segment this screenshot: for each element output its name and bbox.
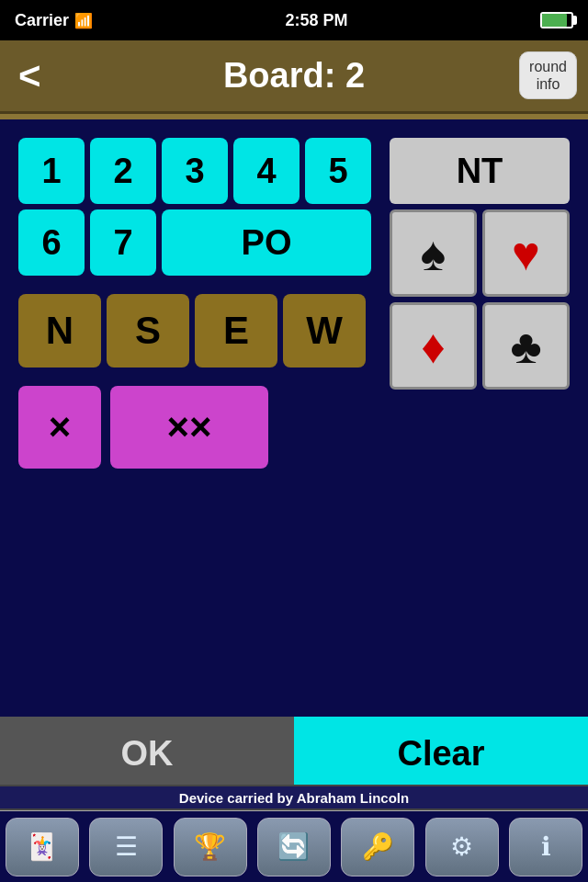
- top-section: 1 2 3 4 5 6 7 PO N S E W × ××: [18, 138, 570, 469]
- number-grid: 1 2 3 4 5 6 7 PO: [18, 138, 371, 276]
- level-4-button[interactable]: 4: [233, 138, 300, 204]
- double-grid: × ××: [18, 386, 371, 469]
- tab-trophy[interactable]: 🏆: [174, 818, 247, 876]
- header: < Board: 2 > round info: [0, 40, 588, 114]
- battery-indicator: [540, 12, 573, 28]
- round-info-button[interactable]: round info: [519, 51, 577, 99]
- level-1-button[interactable]: 1: [18, 138, 85, 204]
- tab-board[interactable]: 🃏: [6, 818, 79, 876]
- heart-button[interactable]: ♥: [482, 209, 570, 297]
- ok-button[interactable]: OK: [0, 717, 294, 790]
- prev-board-button[interactable]: <: [0, 54, 60, 98]
- status-bar: Carrier 📶 2:58 PM: [0, 0, 588, 40]
- level-2-button[interactable]: 2: [90, 138, 156, 204]
- double-button[interactable]: ×: [18, 386, 101, 469]
- tab-refresh[interactable]: 🔄: [257, 818, 331, 876]
- direction-s-button[interactable]: S: [107, 294, 189, 368]
- tab-settings[interactable]: ⚙: [425, 818, 499, 876]
- main-content: 1 2 3 4 5 6 7 PO N S E W × ××: [0, 119, 588, 469]
- tab-key[interactable]: 🔑: [341, 818, 414, 876]
- direction-e-button[interactable]: E: [195, 294, 277, 368]
- redouble-button[interactable]: ××: [110, 386, 268, 469]
- level-5-button[interactable]: 5: [305, 138, 371, 204]
- direction-n-button[interactable]: N: [18, 294, 101, 368]
- board-title: Board: 2: [60, 56, 529, 96]
- club-button[interactable]: ♣: [482, 302, 570, 390]
- spade-button[interactable]: ♠: [390, 209, 477, 297]
- tab-info[interactable]: ℹ: [509, 818, 582, 876]
- carrier-label: Carrier 📶: [15, 11, 93, 30]
- footer-text: Device carried by Abraham Lincoln: [0, 785, 588, 810]
- passout-button[interactable]: PO: [162, 209, 371, 276]
- diamond-button[interactable]: ♦: [390, 302, 477, 390]
- tab-bar: 🃏 ☰ 🏆 🔄 🔑 ⚙ ℹ: [0, 810, 588, 882]
- left-panel: 1 2 3 4 5 6 7 PO N S E W × ××: [18, 138, 371, 469]
- clear-button[interactable]: Clear: [294, 717, 588, 790]
- direction-w-button[interactable]: W: [283, 294, 366, 368]
- tab-list[interactable]: ☰: [89, 818, 163, 876]
- time-display: 2:58 PM: [286, 11, 348, 30]
- device-owner-label: Device carried by Abraham Lincoln: [179, 790, 409, 806]
- direction-grid: N S E W: [18, 294, 371, 368]
- nt-button[interactable]: NT: [390, 138, 570, 204]
- wifi-icon: 📶: [74, 12, 93, 29]
- suit-grid: NT ♠ ♥ ♦ ♣: [390, 138, 570, 390]
- level-7-button[interactable]: 7: [90, 209, 156, 276]
- carrier-text: Carrier: [15, 11, 69, 30]
- bottom-buttons: OK Clear: [0, 717, 588, 790]
- level-6-button[interactable]: 6: [18, 209, 85, 276]
- battery-level: [542, 14, 567, 27]
- level-3-button[interactable]: 3: [162, 138, 228, 204]
